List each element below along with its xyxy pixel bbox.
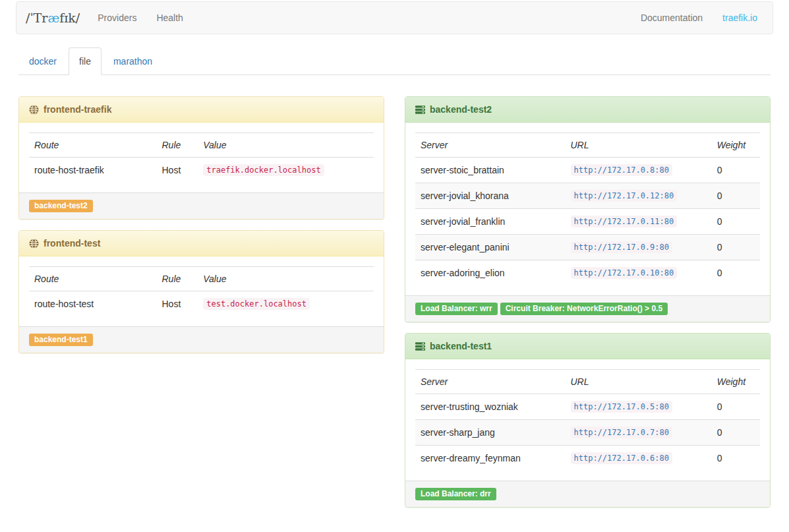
frontend-panel: frontend-traefik Route Rule Value route-…: [18, 96, 384, 220]
server-url-link[interactable]: http://172.17.0.5:80: [571, 401, 673, 411]
column-header-rule: Rule: [157, 267, 198, 291]
column-header-route: Route: [29, 133, 157, 158]
frontend-panel-body: Route Rule Value route-host-traefikHostt…: [19, 123, 384, 192]
server-cell: server-jovial_khorana: [415, 183, 566, 209]
navbar-left-links: Providers Health: [88, 2, 193, 34]
column-header-rule: Rule: [157, 133, 198, 158]
backend-panel: backend-test1 Server URL Weight server-t…: [405, 333, 771, 508]
backend-panel-body: Server URL Weight server-stoic_brattainh…: [405, 123, 770, 295]
nav-link-documentation[interactable]: Documentation: [631, 2, 713, 34]
backend-badge: backend-test2: [29, 200, 93, 212]
server-url-code: http://172.17.0.6:80: [571, 452, 673, 464]
tab-file: file: [69, 47, 103, 75]
weight-cell: 0: [712, 183, 760, 209]
table-row: server-trusting_wozniakhttp://172.17.0.5…: [415, 394, 760, 420]
route-cell: route-host-test: [29, 291, 157, 317]
server-url-code: http://172.17.0.10:80: [571, 267, 678, 279]
weight-cell: 0: [712, 420, 760, 446]
table-row: server-stoic_brattainhttp://172.17.0.8:8…: [415, 158, 760, 183]
frontends-column: frontend-traefik Route Rule Value route-…: [18, 96, 384, 364]
server-url-link[interactable]: http://172.17.0.11:80: [571, 216, 678, 226]
frontend-title: frontend-traefik: [44, 104, 111, 115]
frontend-panel: frontend-test Route Rule Value route-hos…: [18, 230, 384, 353]
rule-cell: Host: [157, 158, 198, 183]
logo-text-prefix: /ˈTr: [26, 11, 47, 25]
backends-column: backend-test2 Server URL Weight server-s…: [405, 96, 771, 518]
navbar: /ˈTræfɪk/ Providers Health Documentation…: [16, 1, 773, 34]
weight-cell: 0: [712, 158, 760, 183]
server-url-link[interactable]: http://172.17.0.6:80: [571, 452, 673, 463]
panels-row: frontend-traefik Route Rule Value route-…: [18, 96, 771, 518]
traefik-logo[interactable]: /ˈTræfɪk/: [16, 2, 88, 34]
server-cell: server-elegant_panini: [415, 235, 566, 260]
tab-marathon-link[interactable]: marathon: [103, 47, 163, 75]
value-cell: traefik.docker.localhost: [198, 158, 374, 183]
server-url-code: http://172.17.0.12:80: [571, 190, 678, 202]
url-cell: http://172.17.0.10:80: [566, 260, 712, 286]
tab-marathon: marathon: [103, 47, 164, 75]
server-url-link[interactable]: http://172.17.0.9:80: [571, 241, 673, 252]
server-cell: server-sharp_jang: [415, 420, 566, 446]
weight-cell: 0: [712, 446, 760, 471]
rule-value-code: traefik.docker.localhost: [203, 164, 324, 176]
column-header-weight: Weight: [712, 370, 760, 394]
table-row: server-elegant_paninihttp://172.17.0.9:8…: [415, 235, 760, 260]
frontend-panel-footer: backend-test1: [19, 326, 384, 353]
column-header-url: URL: [566, 370, 712, 394]
table-header-row: Route Rule Value: [29, 133, 374, 158]
table-row: server-jovial_franklinhttp://172.17.0.11…: [415, 209, 760, 235]
server-icon: [415, 105, 425, 115]
frontend-panel-heading: frontend-traefik: [19, 97, 384, 123]
backend-panel-heading: backend-test1: [405, 334, 770, 359]
server-icon: [415, 341, 425, 351]
route-cell: route-host-traefik: [29, 158, 157, 183]
tab-docker: docker: [18, 47, 69, 75]
globe-icon: [29, 239, 39, 249]
backend-panel-body: Server URL Weight server-trusting_woznia…: [405, 359, 770, 481]
backend-servers-table: Server URL Weight server-stoic_brattainh…: [415, 133, 760, 285]
provider-tabs: docker file marathon: [18, 47, 771, 75]
url-cell: http://172.17.0.11:80: [566, 209, 712, 235]
tab-file-link[interactable]: file: [69, 47, 102, 75]
server-cell: server-trusting_wozniak: [415, 394, 566, 420]
rule-value-code: test.docker.localhost: [203, 298, 310, 310]
server-url-link[interactable]: http://172.17.0.7:80: [571, 427, 673, 437]
weight-cell: 0: [712, 394, 760, 420]
server-url-link[interactable]: http://172.17.0.10:80: [571, 267, 678, 278]
table-row: route-host-testHosttest.docker.localhost: [29, 291, 374, 317]
server-url-link[interactable]: http://172.17.0.12:80: [571, 190, 678, 200]
table-header-row: Server URL Weight: [415, 133, 760, 158]
globe-icon: [29, 105, 39, 115]
server-cell: server-jovial_franklin: [415, 209, 566, 235]
url-cell: http://172.17.0.8:80: [566, 158, 712, 183]
value-cell: test.docker.localhost: [198, 291, 374, 317]
backend-panel: backend-test2 Server URL Weight server-s…: [405, 96, 771, 322]
column-header-value: Value: [198, 267, 374, 291]
nav-link-traefik-io[interactable]: traefik.io: [713, 2, 767, 34]
table-row: server-sharp_janghttp://172.17.0.7:800: [415, 420, 760, 446]
backend-config-badge: Load Balancer: wrr: [415, 303, 498, 315]
main-content: docker file marathon frontend-traefik: [0, 47, 789, 518]
server-url-link[interactable]: http://172.17.0.8:80: [571, 164, 673, 175]
nav-link-providers[interactable]: Providers: [88, 2, 146, 34]
server-url-code: http://172.17.0.9:80: [571, 241, 673, 253]
column-header-server: Server: [415, 133, 566, 158]
server-url-code: http://172.17.0.7:80: [571, 427, 673, 438]
backend-panel-footer: Load Balancer: wrrCircuit Breaker: Netwo…: [405, 295, 770, 322]
table-row: server-adoring_elionhttp://172.17.0.10:8…: [415, 260, 760, 286]
backend-config-badge: Circuit Breaker: NetworkErrorRatio() > 0…: [500, 303, 668, 315]
navbar-right-links: Documentation traefik.io: [631, 2, 773, 34]
nav-link-health[interactable]: Health: [146, 2, 192, 34]
logo-text-suffix: fɪk/: [59, 11, 80, 25]
tab-docker-link[interactable]: docker: [18, 47, 67, 75]
server-url-code: http://172.17.0.5:80: [571, 401, 673, 413]
frontend-routes-table: Route Rule Value route-host-testHosttest…: [29, 266, 374, 316]
frontend-title: frontend-test: [44, 238, 100, 249]
url-cell: http://172.17.0.12:80: [566, 183, 712, 209]
rule-cell: Host: [157, 291, 198, 317]
column-header-route: Route: [29, 267, 157, 291]
backend-badge: backend-test1: [29, 334, 93, 346]
backend-panel-heading: backend-test2: [405, 97, 770, 123]
weight-cell: 0: [712, 209, 760, 235]
column-header-url: URL: [566, 133, 712, 158]
